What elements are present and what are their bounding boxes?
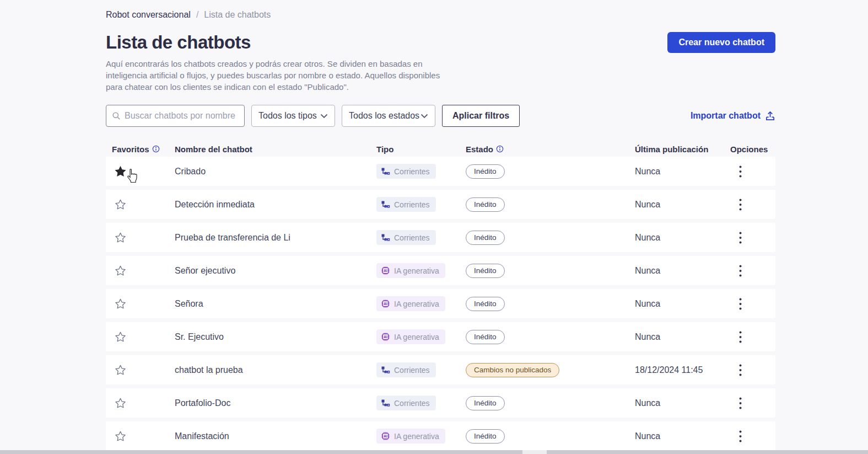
status-badge: Inédito — [466, 330, 505, 344]
last-published-value: Nunca — [635, 167, 660, 177]
breadcrumb-current: Lista de chatbots — [204, 10, 271, 20]
chevron-down-icon — [420, 114, 428, 119]
kebab-menu-button[interactable] — [730, 397, 742, 409]
ai-chip-icon: AI — [381, 332, 390, 341]
kebab-menu-button[interactable] — [730, 331, 742, 343]
column-header-type: Tipo — [376, 145, 393, 154]
type-badge: Corrientes — [376, 230, 436, 245]
table-row: Detección inmediata Corrientes Inédito N… — [106, 190, 775, 219]
chatbot-name: Señor ejecutivo — [175, 266, 235, 276]
favorite-star-button[interactable] — [113, 297, 127, 311]
ai-chip-icon: AI — [381, 266, 390, 275]
last-published-value: Nunca — [635, 266, 660, 276]
type-badge-label: IA generativa — [394, 432, 439, 441]
status-badge: Inédito — [466, 231, 505, 245]
type-badge: Corrientes — [376, 164, 436, 179]
type-badge: Corrientes — [376, 396, 436, 410]
table-row: Prueba de transferencia de Li Corrientes… — [106, 223, 775, 252]
chatbot-name: Señora — [175, 299, 203, 309]
column-header-name: Nombre del chatbot — [175, 145, 252, 154]
type-badge: AI IA generativa — [376, 429, 445, 444]
chatbot-name: Manifestación — [175, 431, 229, 441]
favorite-star-button[interactable] — [113, 396, 127, 410]
last-published-value: Nunca — [635, 332, 660, 342]
status-badge: Inédito — [466, 429, 505, 444]
type-badge-label: IA generativa — [394, 333, 439, 341]
kebab-menu-button[interactable] — [730, 199, 742, 211]
page-title: Lista de chatbots — [106, 32, 251, 53]
scrollbar-thumb[interactable] — [522, 450, 547, 454]
type-badge-label: IA generativa — [394, 300, 439, 308]
type-filter-select[interactable]: Todos los tipos — [251, 105, 335, 127]
last-published-value: 18/12/2024 11:45 — [635, 365, 703, 375]
info-icon[interactable] — [152, 145, 160, 153]
type-badge: Corrientes — [376, 362, 436, 377]
table-row: Manifestación AI IA generativa Inédito N… — [106, 421, 775, 451]
chatbot-name: Cribado — [175, 167, 206, 177]
favorite-star-button[interactable] — [113, 231, 127, 245]
table-row: Portafolio-Doc Corrientes Inédito Nunca — [106, 388, 775, 418]
type-badge-label: IA generativa — [394, 266, 439, 275]
breadcrumb-separator: / — [196, 10, 198, 20]
filter-bar: Todos los tipos Todos los estados Aplica… — [106, 105, 775, 127]
kebab-menu-button[interactable] — [730, 265, 742, 277]
kebab-menu-button[interactable] — [730, 430, 742, 442]
apply-filters-button[interactable]: Aplicar filtros — [442, 105, 520, 127]
horizontal-scrollbar[interactable] — [0, 450, 868, 454]
svg-text:AI: AI — [384, 302, 387, 306]
status-badge: Inédito — [466, 264, 505, 278]
ai-chip-icon: AI — [381, 431, 390, 441]
chatbot-name: Prueba de transferencia de Li — [175, 233, 290, 243]
table-row: Cribado Corrientes Inédito Nunca — [106, 157, 775, 186]
flow-icon — [381, 366, 390, 375]
favorite-star-button[interactable] — [113, 330, 127, 344]
chatbot-name: Portafolio-Doc — [175, 398, 230, 408]
svg-text:AI: AI — [384, 335, 387, 339]
last-published-value: Nunca — [635, 299, 660, 309]
status-badge: Inédito — [466, 297, 505, 311]
kebab-menu-button[interactable] — [730, 165, 742, 178]
last-published-value: Nunca — [635, 200, 660, 210]
chevron-down-icon — [320, 114, 328, 119]
chatbot-name: Detección inmediata — [175, 200, 255, 210]
last-published-value: Nunca — [635, 431, 660, 441]
column-header-status: Estado — [466, 145, 493, 154]
table-row: Sr. Ejecutivo AI IA generativa Inédito N… — [106, 322, 775, 351]
type-badge-label: Corrientes — [394, 233, 430, 242]
chatbot-table: Favoritos Nombre del chatbot Tipo Estado… — [106, 141, 775, 451]
type-badge: AI IA generativa — [376, 263, 445, 278]
search-box[interactable] — [106, 105, 245, 127]
chatbot-list-page: Robot conversacional / Lista de chatbots… — [0, 0, 868, 451]
status-filter-select[interactable]: Todos los estados — [342, 105, 435, 127]
status-filter-value: Todos los estados — [349, 111, 419, 121]
favorite-star-button[interactable] — [113, 429, 127, 444]
kebab-menu-button[interactable] — [730, 232, 742, 244]
search-input[interactable] — [125, 111, 239, 121]
favorite-star-button[interactable] — [113, 264, 127, 278]
favorite-star-button[interactable] — [113, 197, 127, 212]
upload-icon — [765, 111, 775, 121]
type-badge: Corrientes — [376, 197, 436, 212]
type-badge: AI IA generativa — [376, 329, 445, 344]
chatbot-name: chatbot la prueba — [175, 365, 243, 375]
status-badge: Inédito — [466, 396, 505, 410]
flow-icon — [381, 233, 390, 242]
page-description: Aquí encontrarás los chatbots creados y … — [106, 58, 459, 93]
ai-chip-icon: AI — [381, 299, 390, 308]
breadcrumb-parent-link[interactable]: Robot conversacional — [106, 10, 191, 20]
table-body: Cribado Corrientes Inédito Nunca Detecci… — [106, 157, 775, 451]
import-chatbot-link[interactable]: Importar chatbot — [691, 111, 775, 121]
table-row: Señor ejecutivo AI IA generativa Inédito… — [106, 256, 775, 285]
favorite-star-button-filled[interactable] — [113, 164, 127, 179]
table-row: Señora AI IA generativa Inédito Nunca — [106, 289, 775, 318]
kebab-menu-button[interactable] — [730, 364, 742, 376]
table-header-row: Favoritos Nombre del chatbot Tipo Estado… — [106, 141, 775, 157]
import-link-label: Importar chatbot — [691, 111, 761, 121]
create-chatbot-button[interactable]: Crear nuevo chatbot — [667, 32, 775, 53]
table-row: chatbot la prueba Corrientes Cambios no … — [106, 355, 775, 384]
breadcrumb: Robot conversacional / Lista de chatbots — [106, 10, 775, 20]
kebab-menu-button[interactable] — [730, 298, 742, 310]
favorite-star-button[interactable] — [113, 363, 127, 377]
info-icon[interactable] — [496, 145, 504, 153]
status-badge: Cambios no publicados — [466, 363, 559, 377]
